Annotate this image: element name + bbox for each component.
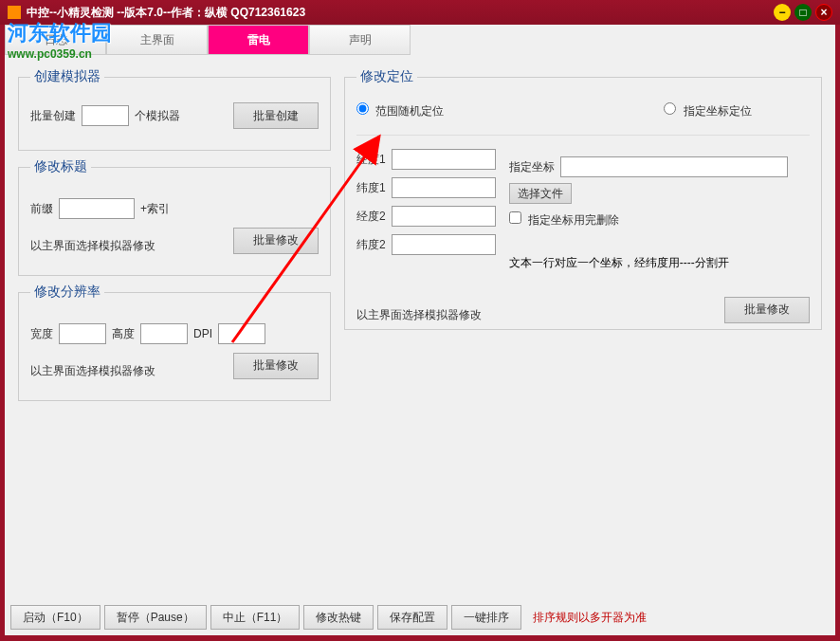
minimize-button[interactable]: − [774,4,791,21]
lat2-label: 纬度2 [356,237,386,253]
legend-modify-resolution: 修改分辨率 [30,284,104,301]
save-config-button[interactable]: 保存配置 [377,605,447,630]
modify-title-hint: 以主界面选择模拟器修改 [30,238,155,254]
radio-range-location[interactable] [356,102,369,115]
fieldset-modify-location: 修改定位 范围随机定位 指定坐标定位 [344,68,822,330]
lon1-label: 经度1 [356,152,386,168]
radio-range-label[interactable]: 范围随机定位 [356,102,444,119]
pause-button[interactable]: 暂停（Pause） [104,605,207,630]
delete-after-use-label[interactable]: 指定坐标用完删除 [509,211,619,229]
coord-input[interactable] [560,156,788,177]
prefix-input[interactable] [59,198,135,219]
stop-button[interactable]: 中止（F11） [210,605,301,630]
maximize-button[interactable]: □ [794,4,812,21]
fieldset-create-emulator: 创建模拟器 批量创建 个模拟器 批量创建 [18,68,331,151]
tab-bar: 日志 主界面 雷电 声明 [5,25,835,55]
lon1-input[interactable] [392,149,496,170]
sort-button[interactable]: 一键排序 [451,605,521,630]
lat2-input[interactable] [392,234,496,255]
modify-loc-hint: 以主界面选择模拟器修改 [356,307,482,323]
legend-modify-title: 修改标题 [30,158,91,175]
delete-after-use-checkbox[interactable] [509,211,521,224]
batch-create-label: 批量创建 [30,108,76,124]
lat1-label: 纬度1 [356,180,386,196]
batch-modify-res-button[interactable]: 批量修改 [233,353,319,379]
emulator-count-suffix: 个模拟器 [135,108,180,124]
bottom-toolbar: 启动（F10） 暂停（Pause） 中止（F11） 修改热键 保存配置 一键排序… [10,605,830,630]
tab-leidian[interactable]: 雷电 [208,25,309,55]
lat1-input[interactable] [392,177,496,198]
fieldset-modify-resolution: 修改分辨率 宽度 高度 DPI 以主界面选择模拟器修改 批量修改 [18,284,331,401]
legend-create-emulator: 创建模拟器 [30,68,104,85]
height-label: 高度 [112,326,135,342]
lon2-input[interactable] [392,206,496,227]
width-label: 宽度 [30,326,53,342]
dpi-input[interactable] [218,323,265,344]
height-input[interactable] [140,323,188,344]
radio-fixed-label[interactable]: 指定坐标定位 [664,102,751,119]
modify-hotkey-button[interactable]: 修改热键 [303,605,374,630]
lon2-label: 经度2 [356,209,386,225]
emulator-count-input[interactable] [82,105,129,126]
batch-create-button[interactable]: 批量创建 [233,102,319,129]
sort-note: 排序规则以多开器为准 [533,610,647,626]
choose-file-button[interactable]: 选择文件 [509,183,572,204]
app-icon [8,6,21,19]
coord-format-note: 文本一行对应一个坐标，经纬度用----分割开 [509,255,729,271]
prefix-label: 前缀 [30,201,53,217]
width-input[interactable] [59,323,106,344]
batch-modify-loc-button[interactable]: 批量修改 [724,297,810,323]
fieldset-modify-title: 修改标题 前缀 +索引 以主界面选择模拟器修改 批量修改 [18,158,331,276]
start-button[interactable]: 启动（F10） [10,605,100,630]
legend-modify-location: 修改定位 [356,68,417,85]
radio-fixed-location[interactable] [664,102,676,115]
tab-main[interactable]: 主界面 [106,25,208,55]
batch-modify-title-button[interactable]: 批量修改 [233,228,319,254]
coord-label: 指定坐标 [509,159,555,175]
modify-res-hint: 以主界面选择模拟器修改 [30,363,155,379]
close-button[interactable]: × [815,4,832,21]
tab-statement[interactable]: 声明 [309,25,411,55]
suffix-label: +索引 [140,201,170,217]
dpi-label: DPI [193,327,212,340]
titlebar: 中控--小精灵检测 --版本7.0--作者：纵横 QQ712361623 − □… [0,0,840,25]
tab-log[interactable]: 日志 [5,25,106,55]
window-title: 中控--小精灵检测 --版本7.0--作者：纵横 QQ712361623 [27,5,305,21]
